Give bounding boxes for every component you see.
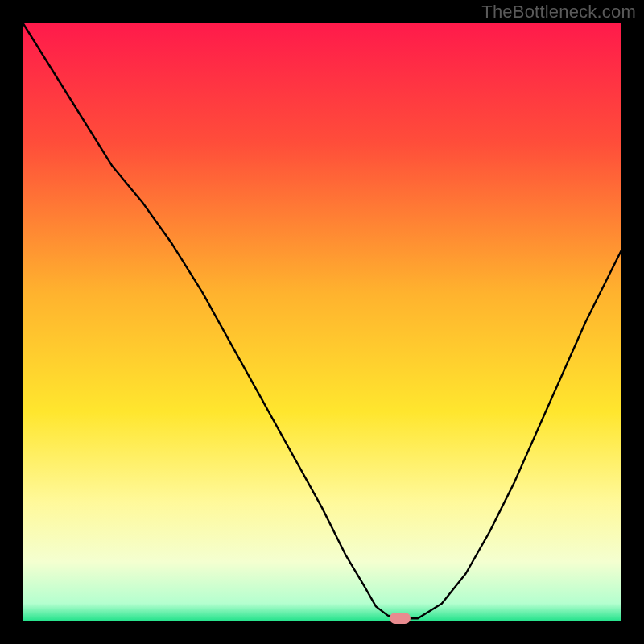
watermark: TheBottleneck.com: [481, 2, 636, 23]
optimal-marker: [390, 613, 411, 624]
bottleneck-curve: [23, 23, 621, 618]
plot-area: [23, 23, 621, 621]
chart-frame: TheBottleneck.com: [0, 0, 644, 644]
curve-svg: [23, 23, 621, 621]
